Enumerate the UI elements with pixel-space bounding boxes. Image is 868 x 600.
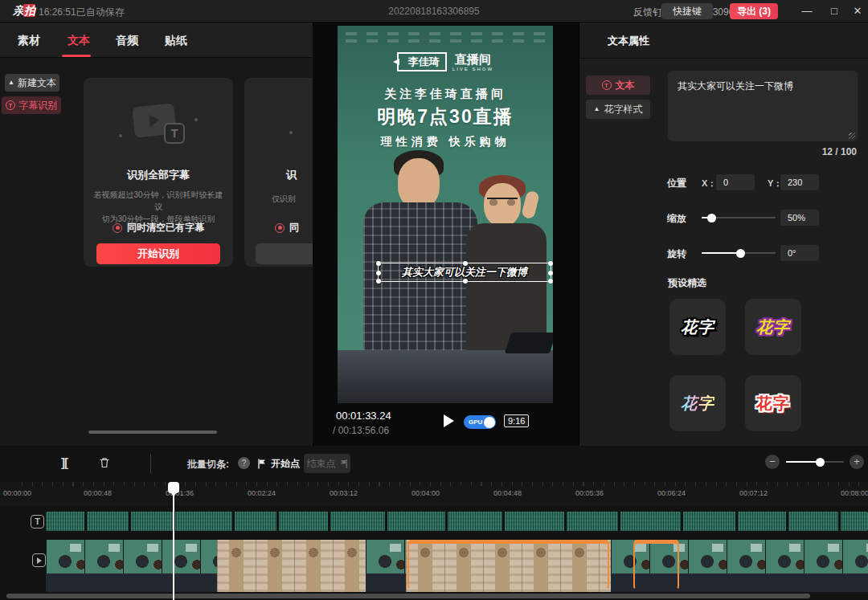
selected-segment-highlight[interactable] (633, 540, 679, 590)
new-text-button[interactable]: ▲ 新建文本 (5, 74, 59, 92)
preset-style-2[interactable]: 花字 (745, 299, 801, 355)
video-clip-thumbnails[interactable] (46, 540, 217, 592)
presets-title: 预设精选 (668, 276, 706, 290)
resize-handle[interactable] (548, 261, 553, 266)
headline-1: 关注李佳琦直播间 (338, 87, 553, 102)
position-x-input[interactable]: 0 (716, 174, 755, 190)
autosave-status: 16:26:51已自动保存 (39, 6, 125, 19)
playhead-handle[interactable] (168, 482, 179, 493)
shortcut-button[interactable]: 快捷键 (661, 3, 713, 19)
start-point-button[interactable]: 开始点 (257, 454, 300, 473)
resize-handle[interactable] (463, 261, 468, 266)
rotate-slider-knob[interactable] (736, 249, 745, 258)
ruler-label: 00:05:36 (575, 489, 604, 497)
textarea-resize-handle[interactable] (849, 133, 855, 139)
timeline-horizontal-scrollbar[interactable] (6, 594, 810, 598)
resize-handle[interactable] (548, 271, 553, 276)
timeline-zoom-in-button[interactable]: + (850, 455, 864, 469)
minimize-icon[interactable]: — (799, 4, 815, 18)
end-point-button-disabled[interactable]: 结束点 (304, 454, 350, 473)
fancy-text-style-button[interactable]: ▲ 花字样式 (586, 100, 650, 119)
toggle-knob (484, 417, 495, 428)
timeline-zoom-out-button[interactable]: − (765, 455, 780, 469)
ruler-label: 00:03:12 (330, 489, 358, 497)
playhead[interactable] (173, 482, 174, 600)
recognize-partial-card: 识 仅识别 同 (244, 78, 313, 267)
card2-radio-option[interactable]: 同 (275, 221, 299, 235)
radio-icon[interactable] (275, 223, 285, 233)
ruler-label: 00:07:12 (739, 489, 768, 497)
video-clip-thumbnails[interactable] (366, 540, 406, 592)
split-clip-icon[interactable]: ][ (61, 455, 68, 469)
preset-style-3[interactable]: 花字 (669, 375, 726, 431)
timeline-ruler[interactable]: 00:00:00 00:00:48 00:01:36 00:02:24 00:0… (0, 482, 868, 506)
ruler-label: 00:04:00 (411, 489, 440, 497)
active-tab-underline (62, 55, 91, 57)
text-properties-panel: 文本属性 T 文本 ▲ 花字样式 其实大家可以关注一下微博 12 / 100 位… (579, 22, 868, 446)
headline-2: 明晚7点30直播 (338, 104, 553, 129)
scale-slider-knob[interactable] (707, 214, 716, 222)
current-time: 00:01:33.24 (336, 410, 391, 422)
tab-sticker[interactable]: 贴纸 (165, 34, 187, 48)
ruler-label: 00:00:00 (3, 489, 31, 497)
cards-horizontal-scrollbar[interactable] (88, 431, 217, 434)
tab-audio[interactable]: 音频 (116, 34, 138, 48)
close-icon[interactable]: ✕ (850, 4, 866, 18)
resize-handle[interactable] (376, 271, 381, 276)
logo-text-left: 亲 (13, 4, 23, 17)
subtitle-recognition-button[interactable]: T 字幕识别 (2, 96, 61, 114)
gpu-label: GPU (469, 418, 482, 426)
delete-icon[interactable] (98, 455, 111, 473)
video-track[interactable] (46, 540, 868, 592)
start-flag-icon (257, 458, 267, 470)
scale-slider[interactable] (702, 217, 776, 218)
laptop (505, 333, 553, 353)
rotate-value[interactable]: 0° (780, 245, 819, 261)
ruler-label: 00:04:48 (493, 489, 522, 497)
resize-handle[interactable] (463, 279, 468, 284)
aspect-ratio-button[interactable]: 9:16 (504, 414, 529, 427)
preset-style-1[interactable]: 花字 (669, 299, 726, 355)
gpu-toggle[interactable]: GPU (464, 415, 496, 429)
preset-style-4[interactable]: 花字 (745, 375, 801, 431)
subtitle-selection-box[interactable]: 其实大家可以关注一下微博 (378, 263, 551, 282)
resize-handle[interactable] (548, 279, 553, 284)
scale-value[interactable]: 50% (780, 210, 819, 226)
asset-tab-bar: 素材 文本 音频 贴纸 (0, 22, 313, 58)
video-clip-thumbnails[interactable] (217, 540, 366, 592)
help-icon[interactable]: ? (238, 457, 250, 469)
badge-subtitle: LIVE SHOW (452, 67, 493, 71)
position-y-input[interactable]: 230 (780, 174, 819, 190)
radio-icon[interactable] (113, 223, 122, 233)
video-text-icon: T (84, 94, 233, 162)
tab-text[interactable]: 文本 (68, 34, 90, 48)
card-description: 若视频超过30分钟，识别耗时较长建议 切为30分钟一段，每段单独识别 (92, 189, 225, 225)
headline-3: 理性消费 快乐购物 (338, 135, 553, 149)
timeline-zoom-slider[interactable] (786, 461, 844, 463)
subtitle-text-input[interactable]: 其实大家可以关注一下微博 (668, 71, 858, 141)
clear-existing-subtitles-option[interactable]: 同时清空已有字幕 (84, 221, 233, 235)
export-button[interactable]: 导出 (3) (730, 3, 778, 19)
toolbar-divider (150, 454, 151, 473)
timeline-toolbar: ][ 批量切条: ? 开始点 结束点 − + (0, 446, 868, 482)
card2-action-button[interactable] (256, 243, 313, 264)
start-recognition-button[interactable]: 开始识别 (96, 243, 220, 264)
selected-segment-highlight[interactable] (407, 540, 609, 590)
tab-material[interactable]: 素材 (18, 34, 40, 48)
resize-handle[interactable] (376, 261, 381, 266)
x-label: X： (702, 178, 716, 190)
rotate-slider[interactable] (702, 252, 776, 254)
resize-handle[interactable] (376, 279, 381, 284)
left-panel: 素材 文本 音频 贴纸 ▲ 新建文本 T 字幕识别 T 识别全部字幕 若视频超过… (0, 22, 313, 446)
card-title: 识别全部字幕 (84, 168, 233, 182)
play-button[interactable] (444, 414, 454, 427)
text-section-button[interactable]: T 文本 (586, 76, 650, 95)
timeline-zoom-knob[interactable] (816, 458, 825, 467)
maximize-icon[interactable]: □ (826, 4, 842, 18)
preview-panel: 李佳琦 直播间 LIVE SHOW 关注李佳琦直播间 明晚7点30直播 理性消费… (313, 22, 579, 446)
person-right-glasses (487, 198, 518, 206)
end-flag-icon (339, 459, 348, 469)
subtitle-track[interactable] (46, 512, 868, 531)
live-show-badge: 李佳琦 直播间 LIVE SHOW (338, 52, 553, 71)
video-preview[interactable]: 李佳琦 直播间 LIVE SHOW 关注李佳琦直播间 明晚7点30直播 理性消费… (338, 26, 553, 403)
